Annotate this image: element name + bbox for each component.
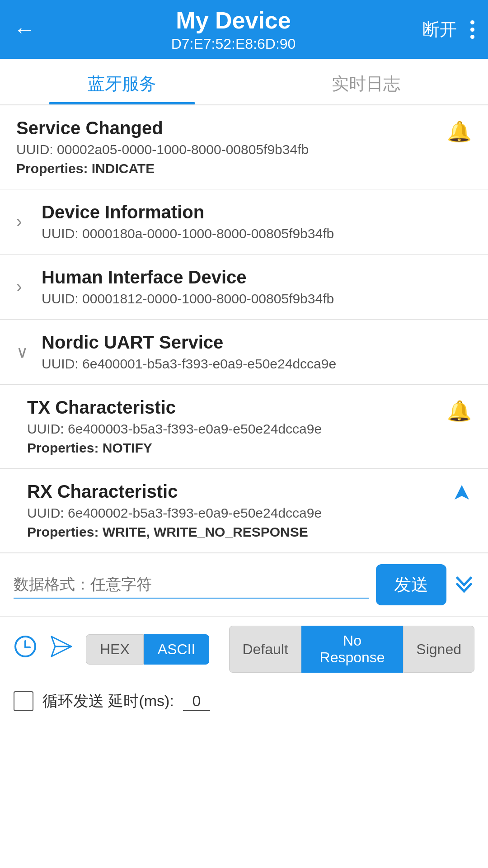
data-input-field[interactable] [14,571,369,599]
char-uuid-tx: UUID: 6e400003-b5a3-f393-e0a9-e50e24dcca… [27,421,438,437]
more-menu-button[interactable] [470,20,474,39]
device-address: D7:E7:52:E8:6D:90 [44,36,422,52]
char-name-rx: RX Characteristic [27,481,443,502]
app-header: ← My Device D7:E7:52:E8:6D:90 断开 [0,0,488,59]
char-uuid-rx: UUID: 6e400002-b5a3-f393-e0a9-e50e24dcca… [27,505,443,521]
send-plane-icon[interactable] [50,635,73,664]
response-signed-button[interactable]: Signed [403,626,474,673]
response-no-response-button[interactable]: No Response [301,626,404,673]
notify-icon-tx[interactable]: 🔔 [447,399,472,423]
loop-delay-value[interactable]: 0 [183,692,210,711]
characteristic-rx: RX Characteristic UUID: 6e400002-b5a3-f3… [0,469,488,553]
format-group: HEX ASCII [86,634,209,665]
history-icon[interactable] [14,635,37,664]
service-item-device-information[interactable]: › Device Information UUID: 0000180a-0000… [0,189,488,255]
device-name: My Device [44,7,422,34]
service-item-human-interface[interactable]: › Human Interface Device UUID: 00001812-… [0,255,488,320]
bottom-toolbar: HEX ASCII Default No Response Signed [0,616,488,682]
service-props-service-changed: Properties: INDICATE [16,161,438,176]
chevron-device-information[interactable]: › [16,212,33,231]
service-name-device-information: Device Information [42,202,334,222]
chevron-nordic-uart[interactable]: ∨ [16,343,33,362]
service-item-service-changed: Service Changed UUID: 00002a05-0000-1000… [0,105,488,189]
notify-icon-service-changed[interactable]: 🔔 [447,120,472,143]
tab-bar: 蓝牙服务 实时日志 [0,59,488,105]
disconnect-button[interactable]: 断开 [422,18,457,41]
loop-checkbox[interactable] [14,691,33,711]
response-group: Default No Response Signed [229,626,474,673]
service-item-nordic-uart[interactable]: ∨ Nordic UART Service UUID: 6e400001-b5a… [0,320,488,385]
char-props-rx: Properties: WRITE, WRITE_NO_RESPONSE [27,524,443,540]
service-name-service-changed: Service Changed [16,118,438,138]
svg-marker-0 [455,485,469,500]
characteristic-tx: TX Characteristic UUID: 6e400003-b5a3-f3… [0,385,488,469]
service-uuid-device-information: UUID: 0000180a-0000-1000-8000-00805f9b34… [42,226,334,241]
loop-row: 循环发送 延时(ms): 0 [0,682,488,721]
format-ascii-button[interactable]: ASCII [144,634,210,665]
chevron-human-interface[interactable]: › [16,277,33,297]
header-title-block: My Device D7:E7:52:E8:6D:90 [44,7,422,52]
back-button[interactable]: ← [14,17,35,42]
format-hex-button[interactable]: HEX [86,634,144,665]
tab-realtime-log[interactable]: 实时日志 [244,59,488,104]
loop-label: 循环发送 延时(ms): [42,691,174,712]
char-props-tx: Properties: NOTIFY [27,440,438,456]
tab-ble-services[interactable]: 蓝牙服务 [0,59,244,104]
write-icon-rx[interactable] [452,483,472,508]
service-uuid-service-changed: UUID: 00002a05-0000-1000-8000-00805f9b34… [16,142,438,157]
response-default-button[interactable]: Default [229,626,301,673]
service-uuid-nordic-uart: UUID: 6e400001-b5a3-f393-e0a9-e50e24dcca… [42,356,336,372]
header-actions: 断开 [422,18,474,41]
service-uuid-human-interface: UUID: 00001812-0000-1000-8000-00805f9b34… [42,291,334,307]
service-name-nordic-uart: Nordic UART Service [42,332,336,353]
service-name-human-interface: Human Interface Device [42,267,334,288]
input-area: 发送 [0,553,488,616]
char-name-tx: TX Characteristic [27,397,438,418]
service-list: Service Changed UUID: 00002a05-0000-1000… [0,105,488,553]
send-button[interactable]: 发送 [376,564,446,605]
expand-button[interactable] [454,572,474,598]
